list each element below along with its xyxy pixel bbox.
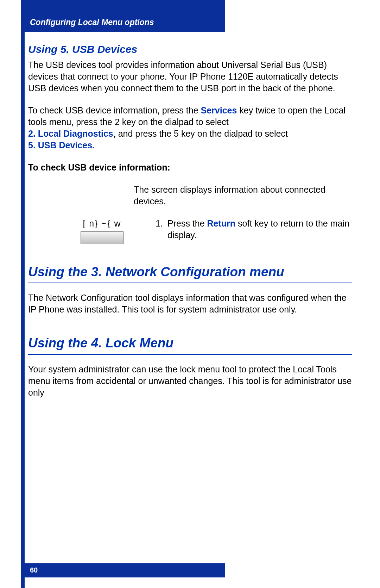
section3-heading: Using the 4. Lock Menu — [28, 335, 352, 355]
instruction-row-info: The screen displays information about co… — [28, 184, 352, 207]
section1-para1: The USB devices tool provides informatio… — [28, 59, 352, 94]
section1-heading: Using 5. USB Devices — [28, 42, 352, 56]
section1-para2: To check USB device information, press t… — [28, 105, 352, 151]
softkey-icon — [81, 231, 124, 244]
softkey-caption: [ n} ~{ w — [81, 218, 124, 229]
softkey-wrap: [ n} ~{ w — [81, 218, 124, 244]
left-margin-bar — [21, 0, 25, 588]
section1-para2-pre: To check USB device information, press t… — [28, 105, 201, 115]
step-list: Press the Return soft key to return to t… — [155, 218, 352, 241]
section3-para: Your system administrator can use the lo… — [28, 364, 352, 398]
local-diagnostics-text: 2. Local Diagnostics — [28, 129, 113, 138]
services-key-text: Services — [201, 105, 237, 115]
footer-band: 60 — [21, 563, 225, 577]
header-title: Configuring Local Menu options — [30, 18, 154, 27]
softkey-column: [ n} ~{ w — [28, 218, 155, 244]
return-key-text: Return — [207, 218, 236, 228]
section1-para2-mid2: , and press the 5 key on the dialpad to … — [113, 129, 288, 138]
page: Configuring Local Menu options Using 5. … — [0, 0, 380, 588]
page-number: 60 — [30, 566, 38, 574]
page-content: Using 5. USB Devices The USB devices too… — [28, 42, 352, 409]
header-band: Configuring Local Menu options — [21, 0, 225, 32]
section2-heading: Using the 3. Network Configuration menu — [28, 264, 352, 284]
step-1: Press the Return soft key to return to t… — [165, 218, 352, 241]
usb-devices-text: 5. USB Devices. — [28, 140, 95, 150]
step1-pre: Press the — [167, 218, 207, 228]
instruction-row-step: [ n} ~{ w Press the Return soft key to r… — [28, 218, 352, 244]
section1-subhead: To check USB device information: — [28, 162, 352, 173]
section2-para: The Network Configuration tool displays … — [28, 292, 352, 315]
step-column: Press the Return soft key to return to t… — [155, 218, 352, 241]
screen-info-text: The screen displays information about co… — [134, 184, 352, 207]
